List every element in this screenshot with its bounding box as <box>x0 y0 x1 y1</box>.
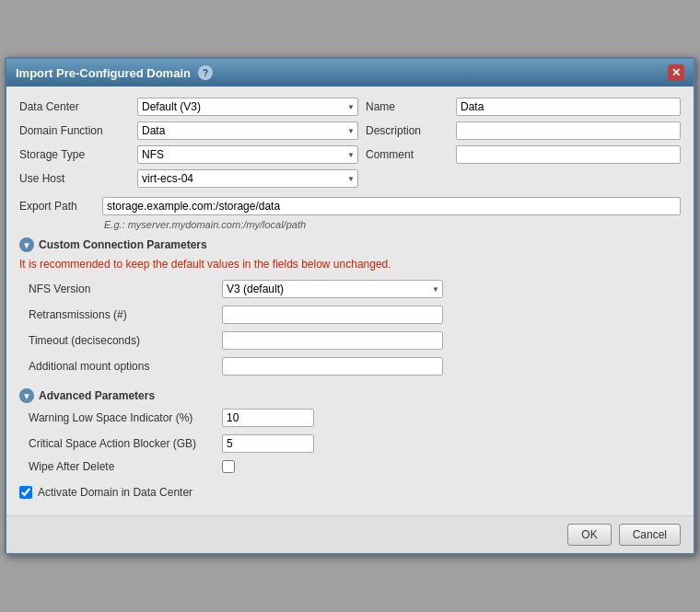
data-center-label: Data Center <box>19 100 130 113</box>
nfs-version-select-wrap: V3 (default) V4 V4.1 ▼ <box>222 280 443 298</box>
mount-options-label: Additional mount options <box>29 360 213 373</box>
timeout-label: Timeout (deciseconds) <box>29 334 213 347</box>
retransmissions-label: Retransmissions (#) <box>29 308 213 321</box>
activate-label: Activate Domain in Data Center <box>38 486 192 499</box>
help-icon[interactable]: ? <box>198 65 213 80</box>
use-host-select[interactable]: virt-ecs-04 <box>137 169 358 188</box>
domain-function-select[interactable]: Data <box>137 121 358 140</box>
storage-type-label: Storage Type <box>19 148 130 161</box>
data-center-select[interactable]: Default (V3) <box>137 98 358 116</box>
wipe-label: Wipe After Delete <box>29 460 213 473</box>
custom-connection-title: Custom Connection Parameters <box>39 238 207 251</box>
storage-type-select-wrap: NFS ▼ <box>137 145 358 164</box>
use-host-select-wrap: virt-ecs-04 ▼ <box>137 169 358 188</box>
data-center-select-wrap: Default (V3) ▼ <box>137 98 358 116</box>
warning-space-input[interactable] <box>222 409 314 427</box>
export-section: Export Path E.g.: myserver.mydomain.com:… <box>19 197 681 230</box>
critical-space-label: Critical Space Action Blocker (GB) <box>29 437 213 450</box>
custom-connection-toggle[interactable]: ▼ <box>19 237 34 252</box>
top-form: Data Center Default (V3) ▼ Name Domain F… <box>19 98 681 188</box>
name-label: Name <box>366 100 449 113</box>
advanced-params: Warning Low Space Indicator (%) Critical… <box>29 409 681 473</box>
name-input[interactable] <box>456 98 681 116</box>
domain-function-label: Domain Function <box>19 124 130 137</box>
nfs-version-label: NFS Version <box>29 283 213 295</box>
dialog: Import Pre-Configured Domain ? ✕ Data Ce… <box>5 57 695 555</box>
wipe-checkbox[interactable] <box>222 460 235 473</box>
retransmissions-input[interactable] <box>222 306 443 324</box>
export-path-label: Export Path <box>19 200 93 213</box>
advanced-header: ▼ Advanced Parameters <box>19 388 681 403</box>
export-row: Export Path <box>19 197 681 215</box>
description-label: Description <box>366 124 449 137</box>
close-button[interactable]: ✕ <box>668 64 684 81</box>
use-host-label: Use Host <box>19 172 130 185</box>
cancel-button[interactable]: Cancel <box>619 524 681 546</box>
storage-type-select[interactable]: NFS <box>137 145 358 164</box>
activate-row: Activate Domain in Data Center <box>19 486 681 499</box>
dialog-body: Data Center Default (V3) ▼ Name Domain F… <box>6 87 694 515</box>
warning-space-label: Warning Low Space Indicator (%) <box>29 411 213 424</box>
timeout-input[interactable] <box>222 331 443 350</box>
critical-space-input[interactable] <box>222 434 314 453</box>
export-path-input[interactable] <box>102 197 681 215</box>
advanced-title: Advanced Parameters <box>39 389 155 402</box>
mount-options-input[interactable] <box>222 357 443 375</box>
ok-button[interactable]: OK <box>567 524 611 546</box>
dialog-footer: OK Cancel <box>6 515 694 553</box>
titlebar-left: Import Pre-Configured Domain ? <box>16 65 213 80</box>
comment-label: Comment <box>366 148 449 161</box>
activate-checkbox[interactable] <box>19 486 32 499</box>
advanced-toggle[interactable]: ▼ <box>19 388 34 403</box>
domain-function-select-wrap: Data ▼ <box>137 121 358 140</box>
description-input[interactable] <box>456 121 681 140</box>
nfs-version-select[interactable]: V3 (default) V4 V4.1 <box>222 280 443 298</box>
custom-connection-params: NFS Version V3 (default) V4 V4.1 ▼ Retra… <box>29 280 681 375</box>
custom-connection-header: ▼ Custom Connection Parameters <box>19 237 681 252</box>
custom-connection-warning: It is recommended to keep the default va… <box>19 258 681 271</box>
comment-input[interactable] <box>456 145 681 164</box>
dialog-title: Import Pre-Configured Domain <box>16 66 191 80</box>
export-example: E.g.: myserver.mydomain.com:/my/local/pa… <box>104 219 681 230</box>
titlebar: Import Pre-Configured Domain ? ✕ <box>6 59 694 87</box>
